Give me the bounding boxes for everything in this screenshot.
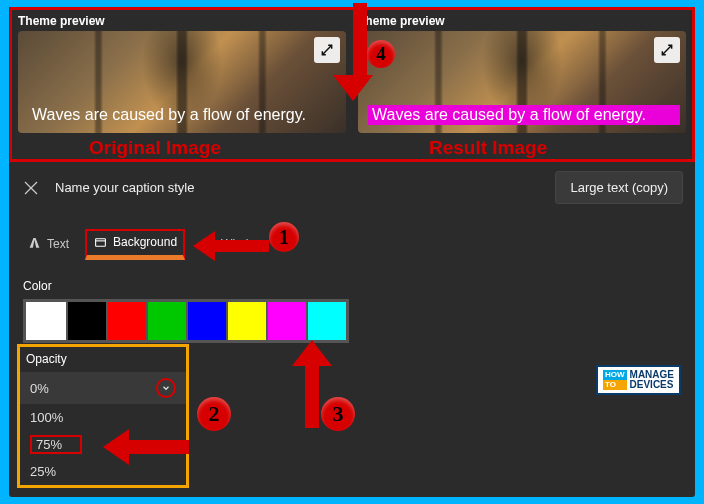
tab-background[interactable]: Background [85, 229, 185, 260]
expand-icon [320, 43, 334, 57]
opacity-selected-value: 0% [30, 381, 49, 396]
annotation-arrow-1 [193, 231, 269, 261]
tab-label: Background [113, 235, 177, 249]
color-swatches [23, 299, 349, 343]
preset-dropdown[interactable]: Large text (copy) [555, 171, 683, 204]
caption-text: Waves are caused by a flow of energy. [28, 105, 310, 125]
swatch-magenta[interactable] [266, 302, 306, 340]
preview-image-result: Waves are caused by a flow of energy. [358, 31, 686, 133]
expand-button[interactable] [314, 37, 340, 63]
opacity-dropdown[interactable]: 0% [20, 372, 186, 404]
swatch-white[interactable] [26, 302, 66, 340]
annotation-badge-4: 4 [367, 40, 395, 68]
opacity-section: Opacity 0% 100% 75% 25% [17, 344, 189, 488]
swatch-red[interactable] [106, 302, 146, 340]
chevron-down-icon [156, 378, 176, 398]
annotation-badge-2: 2 [197, 397, 231, 431]
opacity-label: Opacity [20, 352, 186, 366]
swatch-green[interactable] [146, 302, 186, 340]
preview-title: Theme preview [18, 14, 346, 28]
opacity-option-100[interactable]: 100% [20, 404, 186, 431]
svg-rect-0 [95, 238, 105, 246]
preview-image-original: Waves are caused by a flow of energy. [18, 31, 346, 133]
watermark-to: TO [603, 380, 627, 390]
caption-text-highlighted: Waves are caused by a flow of energy. [368, 105, 680, 125]
watermark-how: HOW [603, 370, 627, 380]
swatch-yellow[interactable] [226, 302, 266, 340]
tab-label: Text [47, 237, 69, 251]
watermark-line2: DEVICES [630, 380, 674, 390]
preview-title: Theme preview [358, 14, 686, 28]
annotation-badge-3: 3 [321, 397, 355, 431]
annotation-badge-1: 1 [269, 222, 299, 252]
style-edit-icon [21, 178, 41, 198]
style-name-row: Name your caption style Large text (copy… [21, 171, 683, 204]
expand-button[interactable] [654, 37, 680, 63]
swatch-blue[interactable] [186, 302, 226, 340]
swatch-cyan[interactable] [306, 302, 346, 340]
watermark-logo: HOW TO MANAGE DEVICES [596, 365, 681, 395]
text-icon [27, 237, 41, 251]
annotation-label-result: Result Image [429, 137, 547, 159]
swatch-black[interactable] [66, 302, 106, 340]
background-icon [93, 235, 107, 249]
annotation-label-original: Original Image [89, 137, 221, 159]
color-label: Color [23, 279, 52, 293]
app-window: Theme preview Waves are caused by a flow… [9, 7, 695, 497]
expand-icon [660, 43, 674, 57]
tab-text[interactable]: Text [21, 233, 75, 257]
style-name-input[interactable]: Name your caption style [55, 180, 541, 195]
annotation-arrow-2 [103, 429, 189, 465]
